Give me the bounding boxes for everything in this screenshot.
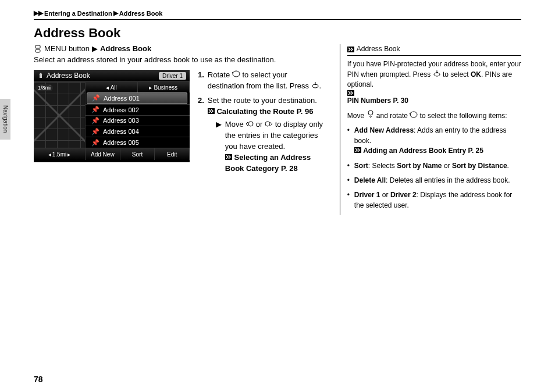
ss-list-item: 📌Address 005 xyxy=(86,137,190,148)
link-ref-icon xyxy=(347,90,521,96)
menu-button-icon xyxy=(34,45,42,52)
svg-point-12 xyxy=(410,112,417,117)
ss-footer-btn: Sort xyxy=(120,148,155,160)
breadcrumb-part1: Entering a Destination xyxy=(44,10,112,17)
ss-list-item: 📌Address 001 xyxy=(87,92,187,104)
ss-scale: ◂1.5mi▸ xyxy=(34,148,86,160)
ss-category: ◂All xyxy=(86,82,138,92)
ss-zoom: 1/8mi xyxy=(35,84,53,91)
sidebar-heading-text: Address Book xyxy=(357,44,400,54)
step-number: 2. xyxy=(198,95,204,174)
page-number: 78 xyxy=(34,375,43,384)
link-ref: Selecting an Address Book Category P. 28 xyxy=(225,153,311,173)
ss-category: ▸Business xyxy=(138,82,190,92)
svg-rect-1 xyxy=(35,49,40,52)
ss-list-item: 📌Address 002 xyxy=(86,104,190,115)
svg-point-11 xyxy=(368,111,373,115)
ss-map: 1/8mi xyxy=(34,82,86,148)
press-button-icon xyxy=(311,81,319,88)
link-ref: Calculating the Route P. 96 xyxy=(216,107,313,116)
triangle-icon: ▶ xyxy=(216,119,222,174)
bullet-item: Delete All: Deletes all entries in the a… xyxy=(347,176,521,186)
svg-point-5 xyxy=(248,122,253,126)
rotate-dial-icon xyxy=(232,70,240,77)
steps: 1. Rotate to select your destination fro… xyxy=(198,70,326,178)
link-ref-icon xyxy=(208,108,215,114)
press-button-icon xyxy=(433,70,441,77)
move-left-icon xyxy=(246,120,254,127)
rotate-dial-icon xyxy=(410,111,418,118)
sidebar-paragraph: If you have PIN-protected your address b… xyxy=(347,59,521,106)
bullet-item: Sort: Selects Sort by Name or Sort by Di… xyxy=(347,161,521,171)
ss-footer-btn: Edit xyxy=(155,148,190,160)
move-down-icon xyxy=(367,111,375,117)
divider xyxy=(34,19,521,20)
instruction-target: Address Book xyxy=(100,44,151,53)
lead-text: Select an address stored in your address… xyxy=(34,55,326,64)
page-title: Address Book xyxy=(34,26,521,41)
link-ref: PIN Numbers P. 30 xyxy=(347,97,408,105)
ss-list-item: 📌Address 003 xyxy=(86,115,190,126)
triangle-icon: ▶ xyxy=(113,9,118,17)
link-ref-icon xyxy=(225,154,232,160)
svg-rect-0 xyxy=(35,45,40,48)
triangle-icon: ▶▶ xyxy=(34,9,43,17)
breadcrumb: ▶▶ Entering a Destination ▶ Address Book xyxy=(34,9,521,17)
device-screenshot: Address Book Driver 1 1/8mi ◂All ▸Busine… xyxy=(34,70,190,162)
sidebar-heading-icon xyxy=(347,47,354,52)
ss-title: Address Book xyxy=(37,72,90,80)
ss-list-item: 📌Address 004 xyxy=(86,126,190,137)
bullet-item: Driver 1 or Driver 2: Displays the addre… xyxy=(347,190,521,211)
bullet-item: Add New Address: Adds an entry to the ad… xyxy=(347,126,521,156)
move-right-icon xyxy=(265,120,273,127)
step-body: Set the route to your destination. Calcu… xyxy=(208,95,326,174)
svg-point-2 xyxy=(233,71,240,77)
triangle-icon: ▶ xyxy=(92,44,98,53)
link-ref-icon xyxy=(354,147,361,153)
svg-point-6 xyxy=(265,122,270,126)
breadcrumb-part2: Address Book xyxy=(119,10,163,17)
sidebar: Address Book If you have PIN-protected y… xyxy=(340,44,521,215)
ss-footer-btn: Add New xyxy=(86,148,120,160)
ss-driver-badge: Driver 1 xyxy=(159,72,186,80)
sidebar-paragraph: Move and rotate to select the following … xyxy=(347,111,521,121)
step-body: Rotate to select your destination from t… xyxy=(208,70,326,92)
menu-button-label: MENU button xyxy=(44,44,90,53)
link-ref: Adding an Address Book Entry P. 25 xyxy=(363,147,483,155)
step-number: 1. xyxy=(198,70,204,92)
instruction-line: MENU button ▶ Address Book xyxy=(34,44,326,53)
